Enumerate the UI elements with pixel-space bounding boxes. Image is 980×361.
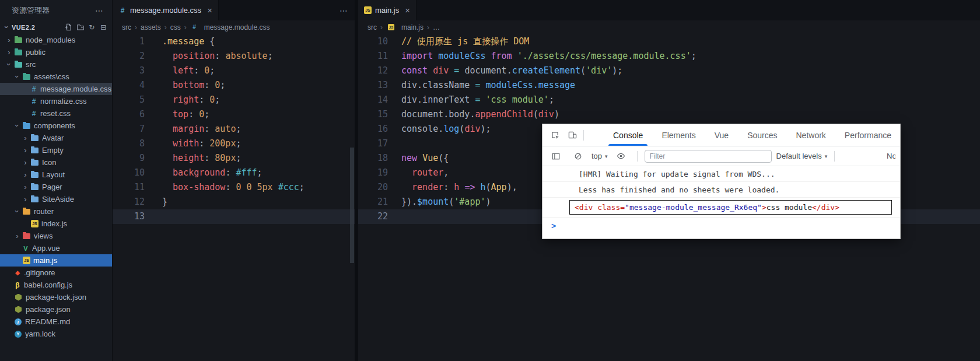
device-toolbar-icon[interactable] — [564, 124, 581, 146]
breadcrumb-item[interactable]: message.module.css — [204, 23, 270, 31]
tab-main-js[interactable]: JS main.js × — [358, 0, 416, 20]
live-expression-eye-icon[interactable] — [612, 152, 630, 160]
code-line-6[interactable]: 6 top: 0; — [113, 107, 355, 122]
line-content: background: #fff; — [162, 166, 262, 180]
new-folder-icon[interactable] — [75, 22, 85, 32]
tree-item-label: Icon — [42, 158, 57, 167]
close-icon[interactable]: × — [405, 5, 410, 15]
editor-actions-more-icon[interactable]: ⋯ — [332, 6, 355, 15]
chevron-down-icon: › — [13, 72, 22, 81]
console-filter-input[interactable] — [645, 150, 772, 163]
code-line-12[interactable]: 12const div = document.createElement('di… — [358, 64, 980, 78]
close-icon[interactable]: × — [207, 5, 212, 15]
tree-item-public[interactable]: ›public — [0, 46, 112, 58]
folder-icon — [23, 209, 30, 215]
log-levels-selector[interactable]: Default levels ▾ — [776, 152, 828, 160]
context-selector[interactable]: top ▾ — [592, 152, 608, 160]
console-element-output[interactable]: <div class="message-module_message_Rx6eq… — [569, 200, 892, 215]
code-line-15[interactable]: 15document.body.appendChild(div) — [358, 107, 980, 122]
code-line-11[interactable]: 11 box-shadow: 0 0 5px #ccc; — [113, 180, 355, 195]
breadcrumb-item[interactable]: src — [122, 23, 131, 31]
code-line-11[interactable]: 11import moduleCss from './assets/css/me… — [358, 49, 980, 64]
code-line-13[interactable]: 13div.className = moduleCss.message — [358, 78, 980, 93]
code-line-3[interactable]: 3 left: 0; — [113, 64, 355, 78]
code-line-9[interactable]: 9 height: 80px; — [113, 151, 355, 166]
devtools-tab-sources[interactable]: Sources — [738, 124, 786, 146]
breadcrumb-item[interactable]: main.js — [401, 23, 424, 31]
tree-item-siteaside[interactable]: ›SiteAside — [0, 193, 112, 205]
tree-item-layout[interactable]: ›Layout — [0, 169, 112, 181]
tree-item-package-json[interactable]: package.json — [0, 303, 112, 316]
tree-item--gitignore[interactable]: ◆.gitignore — [0, 267, 112, 279]
line-number: 11 — [113, 180, 145, 195]
editor-group-left: # message.module.css × ⋯ src›assets›css›… — [113, 0, 355, 361]
tree-item-router[interactable]: ›router — [0, 205, 112, 218]
tree-item-components[interactable]: ›components — [0, 120, 112, 132]
explorer-sidebar: 资源管理器 ⋯ › VUE2.2 ↻ ⊟ ›node_modules›publi… — [0, 0, 113, 361]
code-line-12[interactable]: 12} — [113, 195, 355, 209]
tree-item-message-module-css[interactable]: #message.module.css — [0, 83, 112, 95]
chevron-right-icon: › — [21, 195, 30, 204]
tree-item-index-js[interactable]: JSindex.js — [0, 218, 112, 230]
tree-item-yarn-lock[interactable]: Yyarn.lock — [0, 328, 112, 340]
tab-message-module-css[interactable]: # message.module.css × — [113, 0, 219, 20]
collapse-all-icon[interactable]: ⊟ — [99, 22, 108, 32]
inspect-element-icon[interactable] — [546, 124, 564, 146]
console-sidebar-icon[interactable] — [547, 152, 565, 160]
code-line-4[interactable]: 4 bottom: 0; — [113, 78, 355, 93]
code-line-1[interactable]: 1.message { — [113, 34, 355, 49]
divider — [637, 151, 638, 162]
code-line-13[interactable]: 13 — [113, 209, 355, 224]
breadcrumb-item[interactable]: css — [170, 23, 181, 31]
code-line-14[interactable]: 14div.innerText = 'css module'; — [358, 93, 980, 107]
folder-icon — [23, 74, 30, 80]
devtools-tab-network[interactable]: Network — [786, 124, 835, 146]
devtools-tab-vue[interactable]: Vue — [705, 124, 738, 146]
breadcrumb-item[interactable]: assets — [141, 23, 161, 31]
breadcrumb-item[interactable]: src — [368, 23, 377, 31]
line-content: right: 0; — [162, 93, 220, 107]
console-prompt[interactable]: > — [542, 218, 900, 233]
tree-item-main-js[interactable]: JSmain.js — [0, 254, 112, 267]
vertical-scrollbar[interactable] — [350, 148, 354, 263]
devtools-tabbar-tabs: ConsoleElementsVueSourcesNetworkPerforma… — [604, 124, 900, 146]
chevron-down-icon: ▾ — [605, 153, 608, 159]
tree-item-label: Empty — [42, 146, 64, 155]
code-line-10[interactable]: 10 background: #fff; — [113, 166, 355, 180]
code-line-2[interactable]: 2 position: absolute; — [113, 49, 355, 64]
code-line-7[interactable]: 7 margin: auto; — [113, 122, 355, 136]
tree-item-normalize-css[interactable]: #normalize.css — [0, 95, 112, 107]
tree-item-app-vue[interactable]: VApp.vue — [0, 242, 112, 254]
code-line-5[interactable]: 5 right: 0; — [113, 93, 355, 107]
chevron-right-icon: › — [21, 183, 30, 191]
devtools-tab-elements[interactable]: Elements — [652, 124, 705, 146]
tree-item-icon[interactable]: ›Icon — [0, 156, 112, 169]
refresh-icon[interactable]: ↻ — [87, 22, 97, 32]
devtools-tab-console[interactable]: Console — [604, 124, 652, 146]
line-number: 7 — [113, 122, 145, 136]
tree-item-babel-config-js[interactable]: βbabel.config.js — [0, 279, 112, 291]
clear-console-icon[interactable] — [569, 152, 587, 160]
new-file-icon[interactable] — [64, 22, 74, 32]
tree-item-label: message.module.css — [40, 85, 111, 93]
tree-item-src[interactable]: ›src — [0, 58, 112, 71]
tree-item-node-modules[interactable]: ›node_modules — [0, 34, 112, 46]
tree-item-pager[interactable]: ›Pager — [0, 181, 112, 193]
tree-item-package-lock-json[interactable]: package-lock.json — [0, 291, 112, 303]
folder-icon — [15, 62, 22, 68]
tree-item-views[interactable]: ›views — [0, 230, 112, 242]
breadcrumb-item[interactable]: … — [433, 23, 440, 31]
tree-item-reset-css[interactable]: #reset.css — [0, 107, 112, 120]
code-editor-css[interactable]: 1.message {2 position: absolute;3 left: … — [113, 34, 355, 361]
tree-item-empty[interactable]: ›Empty — [0, 144, 112, 156]
tree-item-readme-md[interactable]: iREADME.md — [0, 316, 112, 328]
line-content: top: 0; — [162, 107, 209, 122]
devtools-tab-performance[interactable]: Performance — [835, 124, 900, 146]
tree-item-assets-css[interactable]: ›assets\css — [0, 71, 112, 83]
more-actions-icon[interactable]: ⋯ — [95, 6, 104, 15]
project-section-header[interactable]: › VUE2.2 ↻ ⊟ — [0, 20, 112, 34]
code-line-10[interactable]: 10// 使用原生 js 直接操作 DOM — [358, 34, 980, 49]
line-content: console.log(div); — [401, 122, 491, 136]
tree-item-avatar[interactable]: ›Avatar — [0, 132, 112, 144]
code-line-8[interactable]: 8 width: 200px; — [113, 136, 355, 151]
